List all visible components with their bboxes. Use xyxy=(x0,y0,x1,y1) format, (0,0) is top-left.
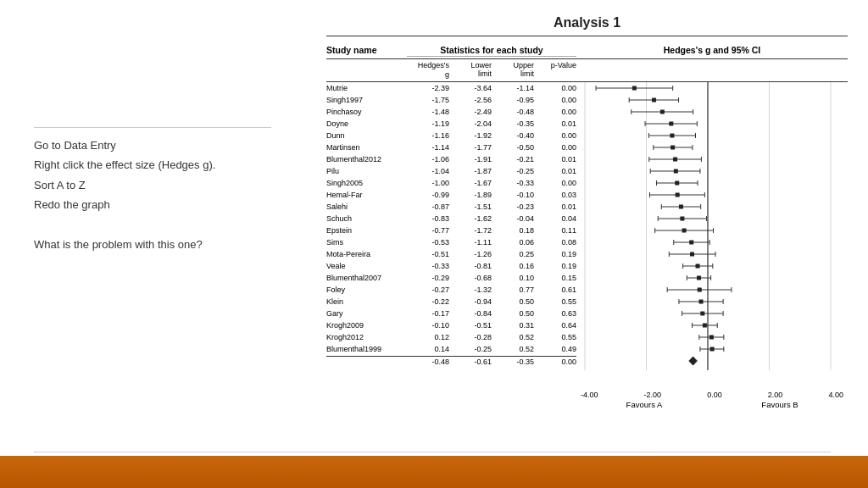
subheader-upper: Upperlimit xyxy=(492,61,534,80)
col-chart-header: Hedges's g and 95% CI xyxy=(576,45,848,57)
svg-rect-16 xyxy=(660,110,664,114)
table-row: Blumenthal2012 -1.06 -1.91 -0.21 0.01 xyxy=(326,153,576,165)
axis-labels: -4.00 -2.00 0.00 2.00 4.00 xyxy=(576,391,848,399)
svg-rect-88 xyxy=(703,324,706,327)
svg-rect-72 xyxy=(697,276,700,280)
table-row: Klein -0.22 -0.94 0.50 0.55 xyxy=(326,296,576,308)
table-row: Krogh2009 -0.10 -0.51 0.31 0.64 xyxy=(326,319,576,331)
analysis-title: Analysis 1 xyxy=(326,15,848,36)
svg-rect-96 xyxy=(710,347,714,351)
table-row: Doyne -1.19 -2.04 -0.35 0.01 xyxy=(326,118,576,130)
instruction-text: Go to Data Entry Right click the effect … xyxy=(34,136,288,254)
table-row: Epstein -0.77 -1.72 0.18 0.11 xyxy=(326,225,576,236)
table-row: Schuch -0.83 -1.62 -0.04 0.04 xyxy=(326,213,576,225)
svg-rect-44 xyxy=(676,193,679,197)
table-row: Hemal-Far -0.99 -1.89 -0.10 0.03 xyxy=(326,189,576,201)
table-row: Veale -0.33 -0.81 0.16 0.19 xyxy=(326,260,576,272)
subheader-lower: Lowerlimit xyxy=(449,61,492,80)
table-row: Salehi -0.87 -1.51 -0.23 0.01 xyxy=(326,201,576,213)
svg-rect-24 xyxy=(670,134,674,137)
chart-panel: -4.00 -2.00 0.00 2.00 4.00 Favours A Fav… xyxy=(576,82,848,409)
table-row: Foley -0.27 -1.32 0.77 0.61 xyxy=(326,284,576,296)
favours-labels: Favours A Favours B xyxy=(576,400,848,409)
subheader-hedges: Hedges'sg xyxy=(407,61,449,80)
table-row: Martinsen -1.14 -1.77 -0.50 0.00 xyxy=(326,141,576,153)
main-content: Analysis 1 Study name Statistics for eac… xyxy=(326,15,848,409)
table-row: Singh1997 -1.75 -2.56 -0.95 0.00 xyxy=(326,94,576,106)
bottom-bar xyxy=(0,456,868,488)
table-row: Pinchasoy -1.48 -2.49 -0.48 0.00 xyxy=(326,106,576,118)
svg-rect-76 xyxy=(698,288,701,291)
table-row: Gary -0.17 -0.84 0.50 0.63 xyxy=(326,308,576,319)
svg-rect-68 xyxy=(696,264,699,268)
svg-rect-80 xyxy=(699,300,703,303)
svg-rect-32 xyxy=(674,158,677,161)
svg-rect-12 xyxy=(653,98,656,102)
svg-rect-48 xyxy=(679,205,682,208)
svg-rect-64 xyxy=(691,252,694,256)
svg-rect-36 xyxy=(674,169,677,173)
col-study-name: Study name xyxy=(326,45,407,57)
table-row: Krogh2012 0.12 -0.28 0.52 0.55 xyxy=(326,331,576,343)
svg-rect-92 xyxy=(709,336,713,339)
svg-rect-52 xyxy=(681,217,684,220)
forest-plot-table: Study name Statistics for each study Hed… xyxy=(326,45,848,409)
table-row: Mutrie -2.39 -3.64 -1.14 0.00 xyxy=(326,82,576,94)
col-stats-header: Statistics for each study xyxy=(407,45,576,57)
table-row: Blumenthal1999 0.14 -0.25 0.52 0.49 xyxy=(326,343,576,355)
instruction-panel: Go to Data Entry Right click the effect … xyxy=(34,136,288,254)
svg-rect-60 xyxy=(690,241,693,244)
table-row: Blumenthal2007 -0.29 -0.68 0.10 0.15 xyxy=(326,272,576,284)
favours-a: Favours A xyxy=(576,400,712,409)
table-row: Singh2005 -1.00 -1.67 -0.33 0.00 xyxy=(326,177,576,189)
data-columns: Mutrie -2.39 -3.64 -1.14 0.00 Singh1997 … xyxy=(326,82,576,409)
table-row: Mota-Pereira -0.51 -1.26 0.25 0.19 xyxy=(326,248,576,260)
svg-rect-8 xyxy=(632,86,636,90)
bottom-divider xyxy=(34,452,831,452)
favours-b: Favours B xyxy=(712,400,848,409)
svg-rect-56 xyxy=(682,229,686,232)
subheader-pval: p-Value xyxy=(534,61,576,80)
table-row: Dunn -1.16 -1.92 -0.40 0.00 xyxy=(326,130,576,141)
table-row: Sims -0.53 -1.11 0.06 0.08 xyxy=(326,236,576,248)
table-row: Pilu -1.04 -1.87 -0.25 0.01 xyxy=(326,165,576,177)
svg-rect-84 xyxy=(701,312,704,315)
svg-rect-40 xyxy=(676,181,679,185)
forest-plot-svg xyxy=(576,82,839,387)
svg-rect-20 xyxy=(670,122,673,125)
table-row: -0.48 -0.61 -0.35 0.00 xyxy=(326,356,576,368)
svg-rect-28 xyxy=(671,146,675,149)
svg-marker-97 xyxy=(689,357,697,365)
